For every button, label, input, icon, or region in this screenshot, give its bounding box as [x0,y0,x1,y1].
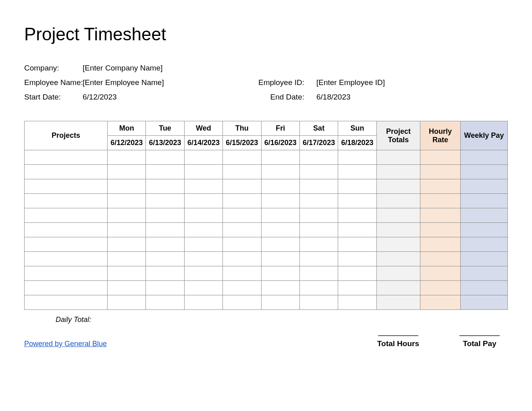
powered-link[interactable]: Powered by General Blue [24,340,107,348]
hours-cell[interactable] [107,295,145,310]
hours-cell[interactable] [146,252,184,266]
hours-cell[interactable] [261,179,299,194]
hours-cell[interactable] [261,208,299,223]
project-name-cell[interactable] [25,194,108,208]
hours-cell[interactable] [107,237,145,252]
hours-cell[interactable] [184,208,222,223]
hours-cell[interactable] [338,237,376,252]
project-name-cell[interactable] [25,179,108,194]
hours-cell[interactable] [146,223,184,237]
hourly-rate-cell[interactable] [420,223,461,237]
hours-cell[interactable] [223,179,261,194]
hours-cell[interactable] [338,281,376,295]
hours-cell[interactable] [299,179,338,194]
hours-cell[interactable] [261,150,299,165]
hours-cell[interactable] [107,208,145,223]
hourly-rate-cell[interactable] [420,237,461,252]
project-name-cell[interactable] [25,252,108,266]
hourly-rate-cell[interactable] [420,165,461,179]
hours-cell[interactable] [299,237,338,252]
hours-cell[interactable] [338,150,376,165]
hourly-rate-cell[interactable] [420,281,461,295]
hours-cell[interactable] [223,252,261,266]
hours-cell[interactable] [261,223,299,237]
hours-cell[interactable] [107,150,145,165]
hours-cell[interactable] [107,165,145,179]
hours-cell[interactable] [146,179,184,194]
hours-cell[interactable] [184,252,222,266]
hours-cell[interactable] [223,194,261,208]
hours-cell[interactable] [299,165,338,179]
hours-cell[interactable] [184,179,222,194]
hours-cell[interactable] [338,194,376,208]
hours-cell[interactable] [146,194,184,208]
hours-cell[interactable] [261,165,299,179]
hours-cell[interactable] [223,281,261,295]
project-name-cell[interactable] [25,266,108,281]
hours-cell[interactable] [107,179,145,194]
project-name-cell[interactable] [25,150,108,165]
hours-cell[interactable] [146,150,184,165]
hourly-rate-cell[interactable] [420,266,461,281]
hours-cell[interactable] [184,194,222,208]
project-name-cell[interactable] [25,165,108,179]
hours-cell[interactable] [261,252,299,266]
hourly-rate-cell[interactable] [420,295,461,310]
hours-cell[interactable] [261,295,299,310]
hours-cell[interactable] [261,194,299,208]
hours-cell[interactable] [299,150,338,165]
hours-cell[interactable] [146,165,184,179]
hours-cell[interactable] [299,295,338,310]
hours-cell[interactable] [107,266,145,281]
hours-cell[interactable] [223,150,261,165]
hours-cell[interactable] [261,281,299,295]
hours-cell[interactable] [146,266,184,281]
hours-cell[interactable] [223,266,261,281]
hours-cell[interactable] [338,208,376,223]
project-name-cell[interactable] [25,281,108,295]
hours-cell[interactable] [107,281,145,295]
hours-cell[interactable] [338,223,376,237]
hours-cell[interactable] [184,150,222,165]
hours-cell[interactable] [299,281,338,295]
hours-cell[interactable] [261,237,299,252]
hours-cell[interactable] [338,252,376,266]
hours-cell[interactable] [299,194,338,208]
hours-cell[interactable] [184,281,222,295]
hours-cell[interactable] [261,266,299,281]
hours-cell[interactable] [146,208,184,223]
hours-cell[interactable] [299,223,338,237]
hours-cell[interactable] [107,223,145,237]
hours-cell[interactable] [184,295,222,310]
hours-cell[interactable] [299,252,338,266]
hours-cell[interactable] [184,266,222,281]
hours-cell[interactable] [107,194,145,208]
hours-cell[interactable] [223,295,261,310]
project-name-cell[interactable] [25,295,108,310]
hours-cell[interactable] [146,281,184,295]
hours-cell[interactable] [146,295,184,310]
hours-cell[interactable] [223,223,261,237]
hours-cell[interactable] [299,266,338,281]
hourly-rate-cell[interactable] [420,208,461,223]
hourly-rate-cell[interactable] [420,252,461,266]
hours-cell[interactable] [184,223,222,237]
hours-cell[interactable] [107,252,145,266]
hours-cell[interactable] [338,266,376,281]
hours-cell[interactable] [184,237,222,252]
hourly-rate-cell[interactable] [420,194,461,208]
hours-cell[interactable] [338,295,376,310]
project-name-cell[interactable] [25,208,108,223]
hours-cell[interactable] [146,237,184,252]
project-name-cell[interactable] [25,223,108,237]
hours-cell[interactable] [338,179,376,194]
project-name-cell[interactable] [25,237,108,252]
hours-cell[interactable] [299,208,338,223]
hourly-rate-cell[interactable] [420,179,461,194]
hours-cell[interactable] [223,237,261,252]
hours-cell[interactable] [338,165,376,179]
hours-cell[interactable] [223,165,261,179]
hourly-rate-cell[interactable] [420,150,461,165]
hours-cell[interactable] [223,208,261,223]
hours-cell[interactable] [184,165,222,179]
